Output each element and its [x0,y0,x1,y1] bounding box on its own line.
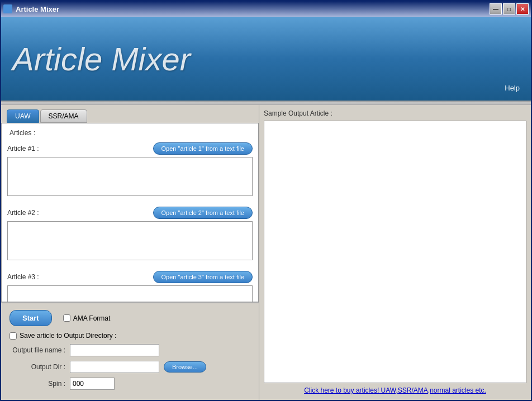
article-row-1: Article #1 : Open "article 1" from a tex… [7,142,253,198]
browse-button[interactable]: Browse... [164,361,206,373]
spin-label: Spin : [10,380,65,388]
article-1-header: Article #1 : Open "article 1" from a tex… [7,142,253,155]
bottom-row1: Start AMA Format [10,310,250,326]
save-checkbox-label[interactable]: Save article to Output Directory : [10,332,116,340]
tab-uaw[interactable]: UAW [7,109,39,123]
sample-output-label: Sample Output Article : [264,109,526,117]
articles-label: Articles : [7,129,253,137]
help-link[interactable]: Help [505,84,520,92]
output-file-label: Output file name : [10,346,65,354]
minimize-button[interactable]: — [490,3,502,15]
output-dir-input[interactable] [70,361,159,373]
save-checkbox[interactable] [10,332,17,340]
save-row: Save article to Output Directory : [10,332,250,340]
separator-bar [1,101,531,105]
output-dir-row: Output Dir : Browse... [10,361,250,373]
save-label: Save article to Output Directory : [20,332,116,340]
spin-row: Spin : [10,378,250,390]
article-1-label: Article #1 : [7,145,39,152]
banner-title: Article Mixer [12,40,191,78]
start-button[interactable]: Start [10,310,52,326]
maximize-button[interactable]: □ [503,3,515,15]
article-2-header: Article #2 : Open "article 2" from a tex… [7,207,253,219]
main-window: Article Mixer — □ ✕ Article Mixer Help U… [0,0,532,401]
buy-articles-link[interactable]: Click here to buy articles! UAW,SSR/AMA,… [264,383,526,395]
articles-panel[interactable]: Articles : Article #1 : Open "article 1"… [1,123,259,302]
open-article-2-button[interactable]: Open "article 2" from a text file [153,207,253,219]
open-article-1-button[interactable]: Open "article 1" from a text file [153,142,253,155]
bottom-form: Save article to Output Directory : Outpu… [10,332,250,390]
title-bar: Article Mixer — □ ✕ [1,1,531,17]
article-3-label: Article #3 : [7,273,39,281]
output-file-row: Output file name : [10,344,250,356]
title-bar-left: Article Mixer [3,4,59,13]
article-2-label: Article #2 : [7,209,39,217]
title-bar-buttons: — □ ✕ [490,3,529,15]
output-dir-label: Output Dir : [10,363,65,371]
tab-ssr-ama[interactable]: SSR/AMA [40,109,87,123]
window-title: Article Mixer [16,5,59,13]
spin-input[interactable] [70,378,115,390]
right-panel: Sample Output Article : Click here to bu… [259,105,531,400]
article-row-3: Article #3 : Open "article 3" from a tex… [7,271,253,302]
ama-format-checkbox[interactable] [63,314,70,322]
open-article-3-button[interactable]: Open "article 3" from a text file [153,271,253,283]
left-panel: UAW SSR/AMA Articles : Article #1 : Open… [1,105,259,400]
ama-format-label: AMA Format [73,314,111,322]
app-icon [3,4,12,13]
close-button[interactable]: ✕ [516,3,529,15]
article-2-textarea[interactable] [7,221,253,260]
bottom-panel: Start AMA Format Save article to Output … [1,302,259,400]
output-file-input[interactable] [70,344,159,356]
header-banner: Article Mixer Help [1,17,531,101]
sample-output-textarea[interactable] [264,121,526,383]
main-content: UAW SSR/AMA Articles : Article #1 : Open… [1,105,531,400]
article-row-2: Article #2 : Open "article 2" from a tex… [7,207,253,262]
ama-format-checkbox-label[interactable]: AMA Format [63,314,111,322]
article-3-textarea[interactable] [7,285,253,302]
article-3-header: Article #3 : Open "article 3" from a tex… [7,271,253,283]
article-1-textarea[interactable] [7,157,253,196]
tabs-bar: UAW SSR/AMA [1,105,259,123]
